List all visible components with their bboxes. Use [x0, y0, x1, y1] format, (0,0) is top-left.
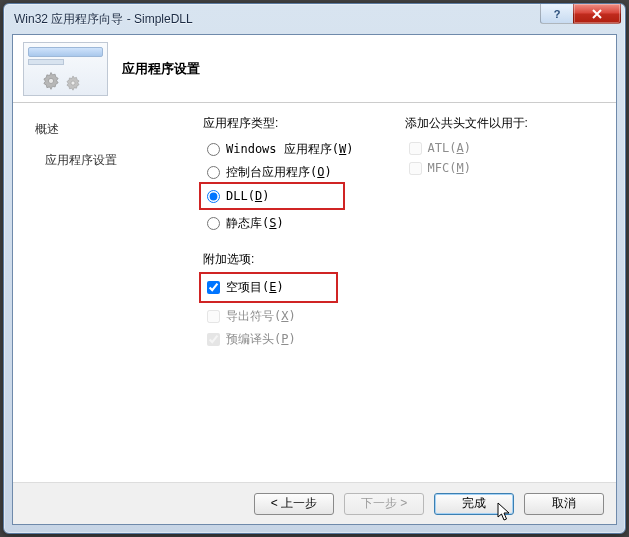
highlight-empty: 空项目(E) [199, 272, 338, 303]
window-buttons: ? [541, 4, 621, 24]
radio-dll-label: DLL(D) [226, 189, 269, 203]
banner-image [23, 42, 108, 96]
check-export-label: 导出符号(X) [226, 308, 296, 325]
cursor-icon [497, 502, 515, 524]
check-empty-label: 空项目(E) [226, 279, 284, 296]
radio-console-app[interactable]: 控制台应用程序(O) [203, 161, 401, 184]
additional-legend: 附加选项: [203, 251, 401, 268]
wizard-footer: < 上一步 下一步 > 完成 取消 [13, 482, 616, 524]
highlight-dll: DLL(D) [199, 182, 345, 210]
sidebar-item-settings[interactable]: 应用程序设置 [27, 148, 197, 173]
right-column: 添加公共头文件以用于: ATL(A) MFC(M) [405, 115, 603, 482]
check-atl-label: ATL(A) [428, 141, 471, 155]
client-area: 应用程序设置 概述 应用程序设置 应用程序类型: Windows 应用程序(W)… [12, 34, 617, 525]
sidebar: 概述 应用程序设置 [27, 115, 197, 482]
sidebar-item-overview[interactable]: 概述 [27, 117, 197, 142]
close-icon [591, 9, 603, 19]
radio-static-input[interactable] [207, 217, 220, 230]
main-pane: 应用程序类型: Windows 应用程序(W) 控制台应用程序(O) DLL(D… [203, 115, 602, 482]
additional-options: 附加选项: 空项目(E) 导出符号(X) [203, 251, 401, 351]
finish-button[interactable]: 完成 [434, 493, 514, 515]
back-button[interactable]: < 上一步 [254, 493, 334, 515]
close-button[interactable] [573, 4, 621, 24]
check-precomp-label: 预编译头(P) [226, 331, 296, 348]
check-mfc-label: MFC(M) [428, 161, 471, 175]
common-headers-legend: 添加公共头文件以用于: [405, 115, 603, 132]
radio-windows-input[interactable] [207, 143, 220, 156]
next-button: 下一步 > [344, 493, 424, 515]
check-export-input [207, 310, 220, 323]
wizard-window: Win32 应用程序向导 - SimpleDLL ? [3, 3, 626, 534]
cancel-button[interactable]: 取消 [524, 493, 604, 515]
check-export-symbols: 导出符号(X) [203, 305, 401, 328]
radio-windows-label: Windows 应用程序(W) [226, 141, 354, 158]
wizard-header: 应用程序设置 [13, 35, 616, 103]
check-atl: ATL(A) [405, 138, 603, 158]
help-button[interactable]: ? [540, 4, 574, 24]
app-type-legend: 应用程序类型: [203, 115, 401, 132]
radio-console-input[interactable] [207, 166, 220, 179]
check-mfc: MFC(M) [405, 158, 603, 178]
check-precomp-input [207, 333, 220, 346]
titlebar[interactable]: Win32 应用程序向导 - SimpleDLL ? [4, 4, 625, 34]
check-mfc-input [409, 162, 422, 175]
svg-point-0 [48, 78, 53, 83]
radio-console-label: 控制台应用程序(O) [226, 164, 332, 181]
wizard-body: 概述 应用程序设置 应用程序类型: Windows 应用程序(W) 控制台应用程… [13, 103, 616, 482]
check-atl-input [409, 142, 422, 155]
gear-icon-small [62, 73, 84, 95]
gear-icon [38, 69, 64, 95]
window-title: Win32 应用程序向导 - SimpleDLL [14, 11, 619, 28]
check-precompiled-header: 预编译头(P) [203, 328, 401, 351]
check-empty-input[interactable] [207, 281, 220, 294]
radio-windows-app[interactable]: Windows 应用程序(W) [203, 138, 401, 161]
page-title: 应用程序设置 [122, 60, 200, 78]
svg-point-1 [71, 81, 75, 85]
radio-dll[interactable]: DLL(D) [203, 186, 273, 206]
finish-button-label: 完成 [462, 495, 486, 512]
check-empty-project[interactable]: 空项目(E) [203, 276, 288, 299]
left-column: 应用程序类型: Windows 应用程序(W) 控制台应用程序(O) DLL(D… [203, 115, 401, 482]
radio-static-lib[interactable]: 静态库(S) [203, 212, 401, 235]
radio-static-label: 静态库(S) [226, 215, 284, 232]
radio-dll-input[interactable] [207, 190, 220, 203]
